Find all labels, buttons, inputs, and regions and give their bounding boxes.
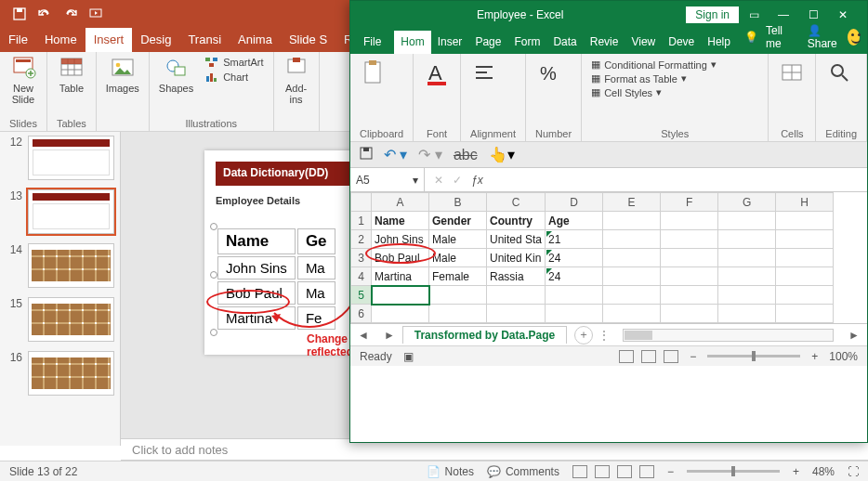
cell[interactable] <box>603 230 661 249</box>
notes-button[interactable]: 📄 Notes <box>427 465 474 478</box>
xl-tab-formulas[interactable]: Form <box>507 31 546 54</box>
select-all-corner[interactable] <box>351 193 372 212</box>
fx-icon[interactable]: ƒx <box>471 174 483 187</box>
new-sheet-icon[interactable]: ＋ <box>574 326 593 344</box>
col-header[interactable]: H <box>776 193 834 212</box>
tab-design[interactable]: Desig <box>132 28 179 52</box>
cell[interactable]: Female <box>429 267 487 286</box>
cell[interactable] <box>487 286 546 305</box>
font-icon[interactable]: A <box>423 58 451 89</box>
feedback-icon[interactable] <box>848 29 860 46</box>
editing-icon[interactable] <box>825 58 853 89</box>
new-slide-button[interactable]: New Slide <box>9 55 37 105</box>
close-icon[interactable]: ✕ <box>828 8 858 21</box>
cell[interactable] <box>776 305 834 323</box>
cell[interactable] <box>603 249 661 267</box>
formula-input[interactable] <box>493 174 867 187</box>
row-header[interactable]: 1 <box>351 212 372 230</box>
horizontal-scrollbar[interactable] <box>623 329 834 342</box>
cell[interactable] <box>776 267 834 286</box>
sheet-tab-active[interactable]: Transformed by Data.Page <box>402 326 567 344</box>
tab-home[interactable]: Home <box>36 28 85 52</box>
cell[interactable] <box>776 249 834 267</box>
sheet-nav-prev-icon[interactable]: ◄ <box>350 329 376 342</box>
fit-to-window-icon[interactable]: ⛶ <box>848 465 859 478</box>
xl-tab-page[interactable]: Page <box>468 31 507 54</box>
format-as-table-button[interactable]: ▦ Format as Table ▾ <box>591 72 758 85</box>
cell[interactable] <box>776 212 834 230</box>
cell[interactable] <box>718 267 776 286</box>
xl-tab-help[interactable]: Help <box>701 31 737 54</box>
minimize-icon[interactable]: — <box>769 8 798 21</box>
shapes-button[interactable]: Shapes <box>159 55 193 94</box>
signin-button[interactable]: Sign in <box>686 6 739 23</box>
cell[interactable] <box>661 267 718 286</box>
col-header[interactable]: E <box>603 193 661 212</box>
slide-indicator[interactable]: Slide 13 of 22 <box>9 465 77 478</box>
cell[interactable]: 21 <box>546 230 603 249</box>
cell[interactable]: Male <box>429 249 487 267</box>
tab-animations[interactable]: Anima <box>230 28 281 52</box>
worksheet-grid[interactable]: A B C D E F G H 1 Name Gender Country Ag… <box>350 192 867 323</box>
conditional-formatting-button[interactable]: ▦ Conditional Formatting ▾ <box>591 58 758 72</box>
cell[interactable]: United Kin <box>487 249 546 267</box>
cell[interactable] <box>661 249 718 267</box>
thumb-16[interactable]: 16 <box>6 351 114 396</box>
xl-tab-file[interactable]: File <box>350 31 394 54</box>
xl-tab-developer[interactable]: Deve <box>662 31 701 54</box>
col-header[interactable]: D <box>546 193 603 212</box>
cell[interactable] <box>776 230 834 249</box>
row-header[interactable]: 2 <box>351 230 372 249</box>
undo-icon[interactable] <box>37 7 52 20</box>
tab-transitions[interactable]: Transi <box>179 28 230 52</box>
name-box[interactable]: A5▾ <box>350 168 425 191</box>
save-icon[interactable] <box>13 7 26 20</box>
tab-file[interactable]: File <box>0 28 36 52</box>
xl-tab-insert[interactable]: Inser <box>431 31 469 54</box>
cell[interactable] <box>372 305 429 323</box>
cell[interactable] <box>603 212 661 230</box>
cell[interactable] <box>718 286 776 305</box>
cell[interactable] <box>603 305 661 323</box>
touch-mode-icon[interactable]: 👆▾ <box>489 146 515 163</box>
cell[interactable] <box>718 230 776 249</box>
row-header[interactable]: 4 <box>351 267 372 286</box>
cell[interactable]: Country <box>487 212 546 230</box>
thumb-15[interactable]: 15 <box>6 297 114 342</box>
enter-icon[interactable]: ✓ <box>453 174 462 187</box>
cell[interactable] <box>546 305 603 323</box>
zoom-slider[interactable] <box>687 470 780 473</box>
cell[interactable] <box>429 305 487 323</box>
cell[interactable] <box>487 305 546 323</box>
xl-view-buttons[interactable] <box>619 350 678 363</box>
scroll-right-icon[interactable]: ► <box>841 329 867 342</box>
row-header[interactable]: 5 <box>351 286 372 305</box>
cell[interactable] <box>661 212 718 230</box>
xl-tab-review[interactable]: Revie <box>584 31 625 54</box>
redo-icon[interactable]: ↷ ▾ <box>418 146 441 163</box>
paste-icon[interactable] <box>360 58 388 89</box>
cell-styles-button[interactable]: ▦ Cell Styles ▾ <box>591 85 758 99</box>
alignment-icon[interactable] <box>470 58 498 89</box>
share-button[interactable]: 👤 Share <box>808 24 841 50</box>
cell[interactable]: Male <box>429 230 487 249</box>
cell[interactable] <box>603 267 661 286</box>
tab-slideshow[interactable]: Slide S <box>281 28 335 52</box>
cell[interactable]: United Sta <box>487 230 546 249</box>
cell[interactable]: Rassia <box>487 267 546 286</box>
smartart-button[interactable]: SmartArt <box>204 55 263 70</box>
cell[interactable]: Age <box>546 212 603 230</box>
row-header[interactable]: 6 <box>351 305 372 323</box>
cell[interactable] <box>718 249 776 267</box>
table-button[interactable]: Table <box>57 55 86 94</box>
thumb-14[interactable]: 14 <box>6 243 114 288</box>
xl-tab-view[interactable]: View <box>625 31 662 54</box>
cell[interactable] <box>603 286 661 305</box>
number-icon[interactable]: % <box>535 58 563 89</box>
cell[interactable]: Name <box>372 212 429 230</box>
lightbulb-icon[interactable]: 💡 <box>744 31 758 44</box>
thumb-12[interactable]: 12 <box>6 136 114 180</box>
strike-icon[interactable]: abc <box>454 147 478 163</box>
tab-insert[interactable]: Insert <box>85 28 133 52</box>
col-header[interactable]: F <box>661 193 718 212</box>
